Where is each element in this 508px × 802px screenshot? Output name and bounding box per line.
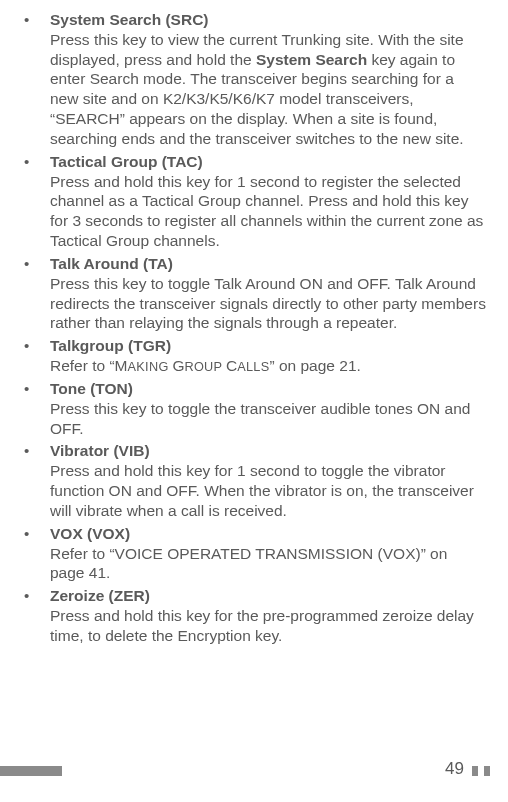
desc-bold: System Search xyxy=(256,51,367,68)
item-body: Zeroize (ZER) Press and hold this key fo… xyxy=(50,586,486,645)
page-number: 49 xyxy=(445,759,464,779)
desc-smallcaps: Making Group Calls xyxy=(115,357,270,374)
item-body: VOX (VOX) Refer to “VOICE OPERATED TRANS… xyxy=(50,524,486,583)
item-description: Refer to “Making Group Calls” on page 21… xyxy=(50,356,486,376)
list-item: • Vibrator (VIB) Press and hold this key… xyxy=(22,441,486,520)
item-title: Tactical Group (TAC) xyxy=(50,152,486,172)
list-item: • Talkgroup (TGR) Refer to “Making Group… xyxy=(22,336,486,376)
item-title: Tone (TON) xyxy=(50,379,486,399)
item-body: System Search (SRC) Press this key to vi… xyxy=(50,10,486,149)
bullet-icon: • xyxy=(22,586,50,645)
footer-bar-right xyxy=(484,766,490,776)
sc: roup xyxy=(184,359,226,374)
list-item: • Zeroize (ZER) Press and hold this key … xyxy=(22,586,486,645)
bullet-icon: • xyxy=(22,524,50,583)
list-item: • Tone (TON) Press this key to toggle th… xyxy=(22,379,486,438)
sc: aking xyxy=(128,359,173,374)
item-description: Press and hold this key for the pre-prog… xyxy=(50,606,486,646)
footer-bar-left xyxy=(0,766,62,776)
item-description: Press this key to toggle the transceiver… xyxy=(50,399,486,439)
sc: alls xyxy=(237,359,269,374)
bullet-icon: • xyxy=(22,152,50,251)
item-body: Tactical Group (TAC) Press and hold this… xyxy=(50,152,486,251)
item-title: Talkgroup (TGR) xyxy=(50,336,486,356)
bullet-icon: • xyxy=(22,10,50,149)
cap: G xyxy=(172,357,184,374)
item-description: Press this key to view the current Trunk… xyxy=(50,30,486,149)
item-body: Talk Around (TA) Press this key to toggl… xyxy=(50,254,486,333)
list-item: • System Search (SRC) Press this key to … xyxy=(22,10,486,149)
bullet-icon: • xyxy=(22,441,50,520)
bullet-icon: • xyxy=(22,379,50,438)
desc-text: Refer to “ xyxy=(50,357,115,374)
item-title: System Search (SRC) xyxy=(50,10,486,30)
item-body: Tone (TON) Press this key to toggle the … xyxy=(50,379,486,438)
page-footer: 49 xyxy=(0,760,508,776)
item-description: Press and hold this key for 1 second to … xyxy=(50,461,486,520)
item-description: Press this key to toggle Talk Around ON … xyxy=(50,274,486,333)
document-content: • System Search (SRC) Press this key to … xyxy=(22,10,486,646)
bullet-icon: • xyxy=(22,254,50,333)
item-body: Talkgroup (TGR) Refer to “Making Group C… xyxy=(50,336,486,376)
item-title: Vibrator (VIB) xyxy=(50,441,486,461)
item-title: Zeroize (ZER) xyxy=(50,586,486,606)
cap: C xyxy=(226,357,237,374)
list-item: • Talk Around (TA) Press this key to tog… xyxy=(22,254,486,333)
desc-text: ” on page 21. xyxy=(269,357,360,374)
footer-bar-right xyxy=(472,766,478,776)
item-description: Refer to “VOICE OPERATED TRANSMISSION (V… xyxy=(50,544,486,584)
item-title: Talk Around (TA) xyxy=(50,254,486,274)
list-item: • VOX (VOX) Refer to “VOICE OPERATED TRA… xyxy=(22,524,486,583)
list-item: • Tactical Group (TAC) Press and hold th… xyxy=(22,152,486,251)
bullet-icon: • xyxy=(22,336,50,376)
item-description: Press and hold this key for 1 second to … xyxy=(50,172,486,251)
item-body: Vibrator (VIB) Press and hold this key f… xyxy=(50,441,486,520)
cap: M xyxy=(115,357,128,374)
item-title: VOX (VOX) xyxy=(50,524,486,544)
